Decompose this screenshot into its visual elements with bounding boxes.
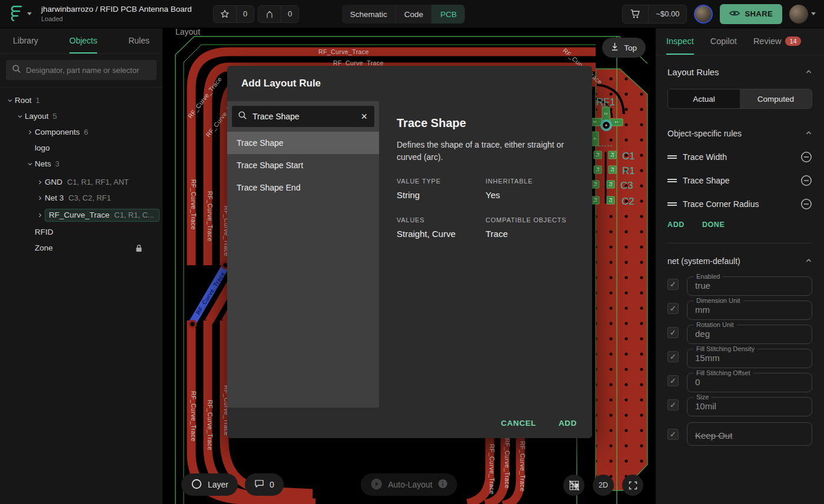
layout-rules-section-header[interactable]: Layout Rules [667,67,812,77]
remove-rule-icon[interactable] [800,175,812,186]
rule-search-input[interactable] [252,112,354,121]
result-trace-shape-start[interactable]: Trace Shape Start [227,154,379,176]
designator-c1: C1 [622,151,635,162]
tree-count: 3 [55,159,59,168]
keep-out-field: Keep Out [687,422,812,446]
segment-computed[interactable]: Computed [740,89,812,108]
drag-handle-icon[interactable] [667,154,677,160]
result-trace-shape[interactable]: Trace Shape [227,132,379,154]
field-value[interactable]: deg [687,328,812,339]
field-value[interactable]: true [687,280,812,291]
tab-inspect[interactable]: Inspect [666,28,694,55]
svg-text:RF_Curve_Trace: RF_Curve_Trace [190,179,197,230]
field-value[interactable]: Keep Out [687,430,812,440]
pad-label: 1 [614,121,619,124]
field-value[interactable]: mm [687,304,812,315]
left-sidebar: Library Objects Rules Root 1 Layout 5 [0,28,162,504]
object-search-input[interactable] [26,66,151,75]
field-label: Dimension Unit [693,297,743,304]
fork-counter[interactable]: 0 [258,5,299,23]
cancel-button[interactable]: CANCEL [501,419,536,428]
tree-item-rfid[interactable]: RFID [0,224,162,240]
tree-item-zone[interactable]: Zone [0,240,162,256]
app-logo-menu[interactable] [8,4,32,24]
tree-item-root[interactable]: Root 1 [0,92,162,108]
chevron-right-icon[interactable] [35,179,45,185]
fill-stitching-offset-checkbox[interactable] [667,375,679,386]
segment-actual[interactable]: Actual [668,89,740,108]
tree-item-components[interactable]: Components 6 [0,124,162,140]
svg-text:RF_Curve_Trace: RF_Curve_Trace [190,391,197,442]
tree-label: Net 3 [45,193,64,202]
tab-review[interactable]: Review 14 [753,28,801,55]
field-fill-stitching-density: Fill Stitching Density 15mm [667,345,812,368]
tree-count: 5 [53,112,57,121]
pad-label: 2 [604,113,608,115]
pad-label: P1 [596,153,600,158]
share-button[interactable]: SHARE [720,4,782,24]
2d-mode-button[interactable]: 2D [593,475,614,496]
auto-layout-button[interactable]: Auto-Layout [360,473,457,496]
rotation-unit-checkbox[interactable] [667,327,679,338]
tree-item-rf-curve-trace[interactable]: RF_Curve_Trace C1, R1, C... [0,206,162,224]
chevron-down-icon[interactable] [25,161,35,167]
tree-item-nets[interactable]: Nets 3 [0,156,162,172]
chevron-down-icon[interactable] [5,98,15,104]
layer-button[interactable]: Layer [181,473,238,496]
fill-stitching-density-checkbox[interactable] [667,351,679,362]
remove-rule-icon[interactable] [800,151,812,163]
add-button[interactable]: ADD [559,419,577,428]
tab-library[interactable]: Library [13,28,38,54]
field-value[interactable]: 15mm [687,352,812,363]
user-menu[interactable] [789,5,816,24]
drag-handle-icon[interactable] [667,201,677,207]
collaborator-avatar[interactable] [694,5,713,24]
pad-label: 4 [593,138,597,140]
field-label: Size [693,393,712,400]
star-counter[interactable]: 0 [213,5,254,23]
tree-item-gnd[interactable]: GND C1, R1, RF1, ANT [0,174,162,190]
dimension-unit-checkbox[interactable] [667,303,679,314]
done-button[interactable]: DONE [702,221,725,229]
rule-description: Defines the shape of a trace, either str… [397,139,573,163]
clear-search-icon[interactable]: × [360,111,368,122]
layer-top-button[interactable]: Top [602,38,646,58]
chevron-right-icon[interactable] [35,212,45,218]
tree-item-net3[interactable]: Net 3 C3, C2, RF1 [0,190,162,206]
net-section-header[interactable]: net (system-default) [667,256,812,266]
tab-code[interactable]: Code [396,5,431,24]
grid-toggle-button[interactable] [563,475,584,496]
pad-label: P1 [593,182,597,187]
left-sidebar-tabs: Library Objects Rules [0,28,162,54]
chevron-right-icon[interactable] [25,129,35,135]
tab-pcb[interactable]: PCB [431,5,465,24]
remove-rule-icon[interactable] [800,198,812,210]
share-label: SHARE [745,9,773,18]
object-rules-section-header[interactable]: Object-specific rules [667,129,812,138]
tab-schematic[interactable]: Schematic [342,5,396,24]
comments-button[interactable]: 0 [245,473,284,496]
chevron-right-icon[interactable] [35,195,45,201]
result-trace-shape-end[interactable]: Trace Shape End [227,176,379,199]
values-label: VALUES [397,216,486,223]
tab-copilot[interactable]: Copilot [710,28,737,55]
field-value[interactable]: 0 [687,376,812,387]
add-rule-button[interactable]: ADD [667,221,685,229]
tree-item-layout[interactable]: Layout 5 [0,108,162,124]
download-icon [611,42,619,53]
compatible-objects-value: Trace [486,229,574,239]
fullscreen-button[interactable] [622,475,643,496]
drag-handle-icon[interactable] [667,178,677,183]
chevron-down-icon[interactable] [15,114,25,119]
cart-widget[interactable]: ~$0.00 [622,5,687,24]
size-checkbox[interactable] [667,399,679,410]
field-value[interactable]: 10mil [687,400,812,411]
pad-label: P2 [610,168,614,172]
tab-objects[interactable]: Objects [69,28,97,54]
tab-rules[interactable]: Rules [128,28,149,54]
tree-item-logo[interactable]: logo [0,140,162,156]
keep-out-checkbox[interactable] [667,429,679,440]
enabled-checkbox[interactable] [667,279,679,290]
actual-computed-toggle: Actual Computed [667,89,812,109]
info-icon[interactable] [438,479,448,490]
